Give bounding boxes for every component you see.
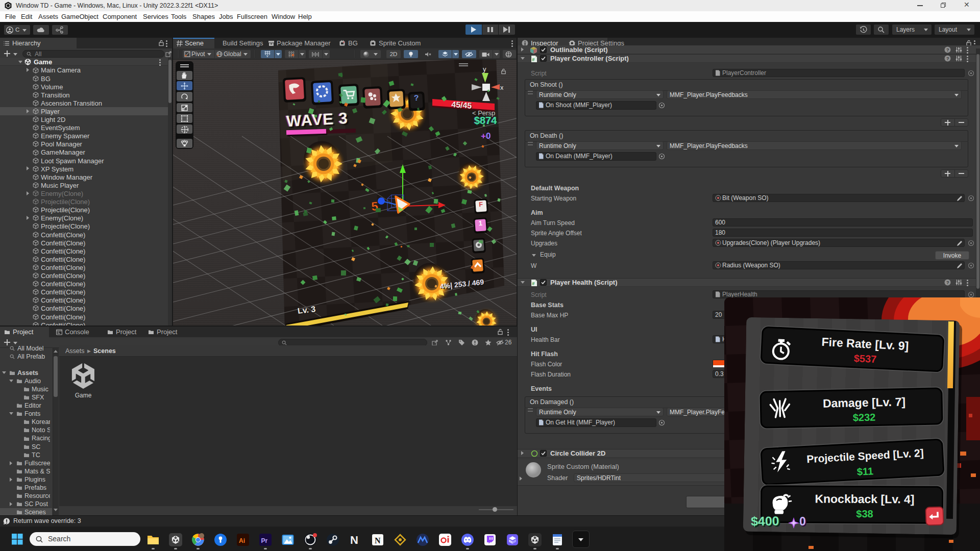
svg-text:45/45: 45/45 [451, 100, 472, 110]
svg-text:#: # [532, 281, 535, 286]
svg-text:?: ? [946, 56, 949, 61]
svg-text:?: ? [946, 47, 949, 53]
svg-text:?: ? [946, 280, 949, 285]
svg-text:Pr: Pr [261, 537, 268, 544]
svg-text:y: y [483, 66, 486, 73]
svg-text:N: N [350, 534, 358, 546]
svg-text:y: y [266, 54, 268, 57]
svg-text:N: N [375, 536, 381, 545]
svg-text:Ai: Ai [239, 537, 245, 544]
svg-text:x: x [500, 84, 503, 91]
svg-text:#: # [532, 57, 535, 62]
